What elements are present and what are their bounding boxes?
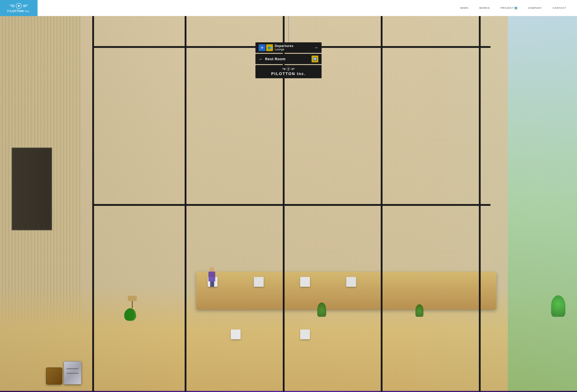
restroom-icon: 🚻 [312, 56, 318, 62]
interior-plant-2 [415, 304, 424, 317]
logo-icon [9, 3, 28, 9]
nav-works[interactable]: WORKS [479, 7, 490, 9]
logo-area[interactable]: PiLOTTON Inc. [0, 0, 37, 16]
chair-6 [300, 329, 310, 339]
departures-sign: ✈ 👥 Departures Lounge → [255, 42, 322, 53]
nav-company[interactable]: COMPANY [528, 7, 542, 9]
person [208, 267, 216, 287]
restroom-sign: ← Rest Room 🚻 [255, 54, 322, 64]
departures-text: Departures Lounge [275, 44, 312, 51]
tv-screen [12, 148, 52, 230]
soft-bag [46, 367, 62, 385]
logo-text: PiLOTTON Inc. [7, 9, 30, 13]
lock-icon: 🔒 [515, 7, 517, 9]
airplane-icon: ✈ [259, 44, 265, 51]
company-sign-name: PILOTTON Inc. [261, 71, 316, 76]
interior-plant-1 [317, 302, 326, 317]
chair-3 [300, 277, 310, 287]
outdoor-plants [551, 295, 565, 317]
chair-4 [346, 277, 356, 287]
restroom-text: Rest Room [265, 57, 310, 61]
luggage-area [46, 361, 81, 385]
chair-2 [254, 277, 264, 287]
family-icon: 👥 [266, 44, 273, 51]
chair-5 [231, 329, 241, 339]
company-sign: PILOTTON Inc. [255, 65, 322, 78]
sign-wire [288, 16, 289, 42]
restroom-arrow: ← [259, 56, 263, 62]
frame-h2 [92, 204, 490, 206]
departures-arrow: → [314, 45, 318, 50]
main-nav: NEWS WORKS PROJECT 🔒 COMPANY CONTACT [460, 7, 566, 9]
site-header: PiLOTTON Inc. NEWS WORKS PROJECT 🔒 COMPA… [0, 0, 577, 16]
nav-news[interactable]: NEWS [460, 7, 469, 9]
hero-section: ✈ 👥 Departures Lounge → ← Rest Room 🚻 [0, 16, 577, 392]
sign-icons-departures: ✈ 👥 [259, 44, 273, 51]
signage-area: ✈ 👥 Departures Lounge → ← Rest Room 🚻 [255, 42, 322, 78]
company-sign-logo [261, 67, 316, 71]
nav-project[interactable]: PROJECT 🔒 [501, 7, 517, 9]
nav-contact[interactable]: CONTACT [553, 7, 566, 9]
outdoor-view [508, 16, 577, 392]
logo-content: PiLOTTON Inc. [7, 3, 30, 13]
hard-suitcase [64, 361, 81, 385]
bottom-strip [0, 391, 577, 392]
restroom-icons: 🚻 [312, 56, 318, 62]
plant-area [127, 296, 138, 324]
